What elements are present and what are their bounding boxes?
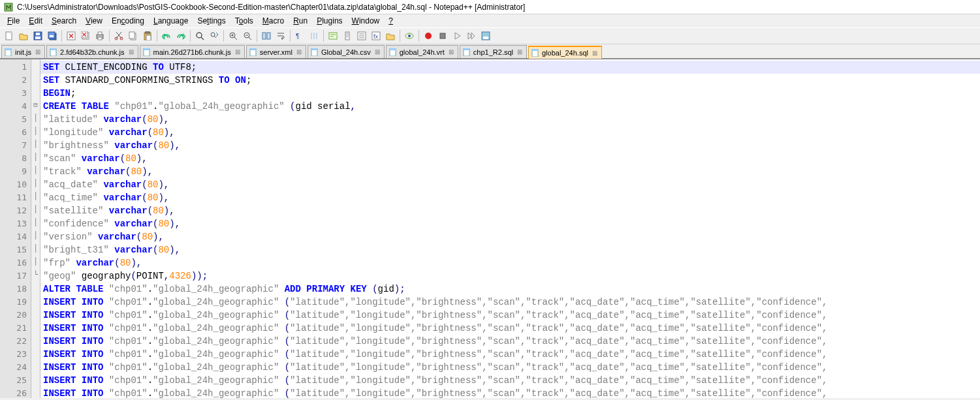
replace-icon[interactable] <box>208 29 221 42</box>
indent-guide-icon[interactable] <box>308 29 321 42</box>
file-tab[interactable]: global_24h.sql⊠ <box>528 46 602 59</box>
svg-rect-29 <box>329 33 337 39</box>
file-tab-label: chp1_R2.sql <box>473 48 513 56</box>
toolbar: ¶ fx <box>0 27 980 44</box>
file-tab[interactable]: 2.fd64b32b.chunk.js⊠ <box>46 45 138 58</box>
monitor-icon[interactable] <box>403 29 416 42</box>
svg-rect-49 <box>311 48 317 50</box>
toolbar-separator <box>290 30 291 42</box>
file-tab-bar: init.js⊠2.fd64b32b.chunk.js⊠main.26d271b… <box>0 44 980 59</box>
file-icon <box>5 48 12 56</box>
macro-play-icon[interactable] <box>450 29 464 42</box>
new-file-icon[interactable] <box>3 29 16 42</box>
folder-view-icon[interactable] <box>384 29 397 42</box>
file-icon <box>50 48 57 56</box>
svg-rect-5 <box>36 33 40 35</box>
svg-text:fx: fx <box>373 33 379 40</box>
tab-close-icon[interactable]: ⊠ <box>516 48 524 55</box>
menu-language[interactable]: Language <box>149 16 193 26</box>
window-title: C:\Users\Administrator\Downloads\PostGIS… <box>17 3 525 12</box>
toolbar-separator <box>419 30 419 42</box>
macro-stop-icon[interactable] <box>436 29 449 42</box>
zoom-in-icon[interactable] <box>227 29 240 42</box>
file-tab[interactable]: main.26d271b6.chunk.js⊠ <box>140 45 245 58</box>
fold-column[interactable]: ⊟││││││││││││└ <box>31 59 40 398</box>
svg-rect-43 <box>50 48 56 50</box>
tab-close-icon[interactable]: ⊠ <box>234 48 242 55</box>
svg-rect-37 <box>440 33 445 38</box>
file-icon <box>463 48 471 56</box>
macro-record-icon[interactable] <box>422 29 435 42</box>
tab-close-icon[interactable]: ⊠ <box>447 48 455 55</box>
menu-window[interactable]: Window <box>347 16 385 26</box>
svg-rect-13 <box>98 32 102 35</box>
file-tab[interactable]: Global_24h.csv⊠ <box>308 45 385 58</box>
undo-icon[interactable] <box>160 29 173 42</box>
menu-search[interactable]: Search <box>47 16 81 26</box>
editor-area[interactable]: 1234567891011121314151617181920212223242… <box>0 59 980 398</box>
doc-list-icon[interactable] <box>355 29 368 42</box>
file-tab[interactable]: server.xml⊠ <box>246 45 306 58</box>
svg-rect-21 <box>146 35 151 40</box>
svg-rect-45 <box>144 48 150 50</box>
redo-icon[interactable] <box>174 29 187 42</box>
copy-icon[interactable] <box>127 29 140 42</box>
menu-help[interactable]: ? <box>384 16 398 26</box>
file-tab-label: init.js <box>15 48 31 56</box>
open-file-icon[interactable] <box>17 29 30 42</box>
menu-run[interactable]: Run <box>289 16 312 26</box>
show-all-chars-icon[interactable]: ¶ <box>293 29 306 42</box>
file-icon <box>249 48 257 56</box>
zoom-out-icon[interactable] <box>241 29 254 42</box>
save-all-icon[interactable] <box>46 29 59 42</box>
menu-plugins[interactable]: Plugins <box>312 16 347 26</box>
close-all-icon[interactable] <box>79 29 92 42</box>
svg-rect-47 <box>250 48 256 50</box>
file-tab-label: main.26d271b6.chunk.js <box>153 48 231 56</box>
tab-close-icon[interactable]: ⊠ <box>34 48 42 55</box>
save-icon[interactable] <box>31 29 44 42</box>
file-tab[interactable]: global_24h.vrt⊠ <box>386 45 458 58</box>
tab-close-icon[interactable]: ⊠ <box>127 48 135 55</box>
svg-text:¶: ¶ <box>296 33 299 40</box>
macro-save-icon[interactable] <box>479 29 492 42</box>
toolbar-separator <box>257 30 257 42</box>
file-tab-label: 2.fd64b32b.chunk.js <box>60 48 124 56</box>
file-tab[interactable]: init.js⊠ <box>1 45 45 58</box>
file-tab-label: global_24h.sql <box>542 49 588 57</box>
wrap-icon[interactable] <box>274 29 287 42</box>
close-icon[interactable] <box>65 29 78 42</box>
svg-rect-55 <box>532 49 538 51</box>
sync-scroll-icon[interactable] <box>260 29 273 42</box>
app-icon <box>4 3 13 12</box>
file-tab[interactable]: chp1_R2.sql⊠ <box>460 45 527 58</box>
menu-settings[interactable]: Settings <box>193 16 230 26</box>
svg-point-22 <box>197 33 202 38</box>
func-list-icon[interactable]: fx <box>370 29 383 42</box>
menu-edit[interactable]: Edit <box>24 16 47 26</box>
doc-map-icon[interactable] <box>341 29 354 42</box>
menu-encoding[interactable]: Encoding <box>107 16 149 26</box>
menu-macro[interactable]: Macro <box>258 16 289 26</box>
tab-close-icon[interactable]: ⊠ <box>591 50 599 57</box>
paste-icon[interactable] <box>141 29 154 42</box>
svg-rect-4 <box>35 37 40 39</box>
print-icon[interactable] <box>93 29 106 42</box>
file-tab-label: Global_24h.csv <box>321 48 371 56</box>
tab-close-icon[interactable]: ⊠ <box>373 48 381 55</box>
code-view[interactable]: SET CLIENT_ENCODING TO UTF8;SET STANDARD… <box>40 59 980 398</box>
menu-tools[interactable]: Tools <box>230 16 258 26</box>
svg-rect-26 <box>262 33 266 39</box>
menu-view[interactable]: View <box>81 16 107 26</box>
toolbar-separator <box>157 30 157 42</box>
svg-rect-27 <box>267 33 270 39</box>
file-tab-label: global_24h.vrt <box>400 48 445 56</box>
udlang-icon[interactable] <box>326 29 340 42</box>
tab-close-icon[interactable]: ⊠ <box>295 48 303 55</box>
macro-play-multi-icon[interactable] <box>465 29 478 42</box>
svg-rect-14 <box>98 37 102 40</box>
find-icon[interactable] <box>193 29 206 42</box>
cut-icon[interactable] <box>112 29 125 42</box>
menu-file[interactable]: File <box>3 16 24 26</box>
svg-rect-39 <box>483 37 488 39</box>
